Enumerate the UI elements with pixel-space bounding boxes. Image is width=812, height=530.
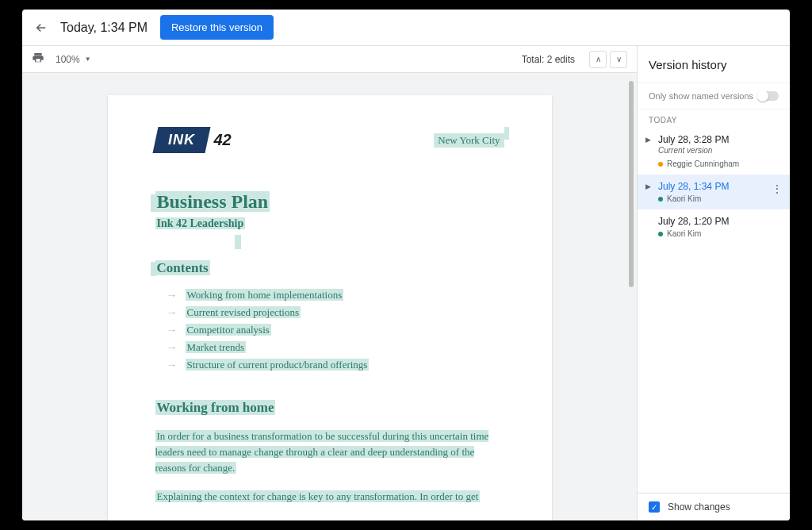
chevron-down-icon: ▼ <box>85 56 91 63</box>
version-time: July 28, 3:28 PM <box>658 134 779 145</box>
logo-text-ink: INK <box>168 132 195 148</box>
scrollbar-thumb[interactable] <box>629 81 634 287</box>
prev-edit-button[interactable]: ∧ <box>589 51 607 68</box>
version-time: July 28, 1:20 PM <box>658 216 779 227</box>
named-versions-toggle[interactable] <box>758 91 779 101</box>
zoom-dropdown[interactable]: 100% ▼ <box>56 54 91 65</box>
version-history-title: Version history <box>638 46 790 83</box>
show-changes-label: Show changes <box>668 501 730 513</box>
version-user: Reggie Cunningham <box>658 159 779 168</box>
user-color-dot <box>658 232 663 236</box>
version-sub: Current version <box>658 146 779 155</box>
user-color-dot <box>658 197 663 202</box>
user-color-dot <box>658 162 663 167</box>
version-entry[interactable]: ▶ July 28, 3:28 PM Current version Reggi… <box>638 128 790 175</box>
section-heading: Working from home <box>155 400 504 416</box>
logo-text-42: 42 <box>214 131 232 149</box>
show-changes-checkbox[interactable]: ✓ <box>649 501 660 513</box>
version-more-menu[interactable]: ⋮ <box>772 182 782 195</box>
contents-heading: Contents <box>155 260 504 276</box>
restore-version-button[interactable]: Restore this version <box>160 15 274 40</box>
document-logo: INK 42 <box>155 127 232 153</box>
document-location: New York City <box>434 133 504 148</box>
print-button[interactable] <box>32 52 44 67</box>
version-group-label: TODAY <box>638 109 790 128</box>
caret-right-icon: ▶ <box>645 136 651 144</box>
table-of-contents: →Working from home implementations →Curr… <box>167 289 504 371</box>
document-title: Business Plan <box>155 191 504 213</box>
body-paragraph: In order for a business transformation t… <box>155 428 504 476</box>
named-versions-label: Only show named versions <box>649 91 758 101</box>
arrow-right-icon: → <box>167 359 178 371</box>
document-canvas[interactable]: INK 42 New York City Business Plan <box>22 73 637 520</box>
version-entry[interactable]: July 28, 1:20 PM Kaori Kim <box>638 209 790 244</box>
version-timestamp-title: Today, 1:34 PM <box>60 21 147 35</box>
edits-count: Total: 2 edits <box>522 54 575 65</box>
version-entry[interactable]: ▶ July 28, 1:34 PM Kaori Kim ⋮ <box>638 175 790 209</box>
next-edit-button[interactable]: ∨ <box>610 51 627 68</box>
document-subtitle: Ink 42 Leadership <box>155 217 504 230</box>
body-paragraph: Explaining the context for change is key… <box>155 489 504 505</box>
arrow-right-icon: → <box>167 306 178 319</box>
version-user: Kaori Kim <box>658 229 779 238</box>
arrow-right-icon: → <box>167 289 178 301</box>
caret-right-icon: ▶ <box>645 182 651 190</box>
zoom-value: 100% <box>56 54 80 65</box>
document-page: INK 42 New York City Business Plan <box>108 95 552 520</box>
back-button[interactable] <box>32 18 51 37</box>
arrow-right-icon: → <box>167 341 178 354</box>
version-time: July 28, 1:34 PM <box>658 181 779 192</box>
arrow-right-icon: → <box>167 324 178 336</box>
version-user: Kaori Kim <box>658 194 779 203</box>
